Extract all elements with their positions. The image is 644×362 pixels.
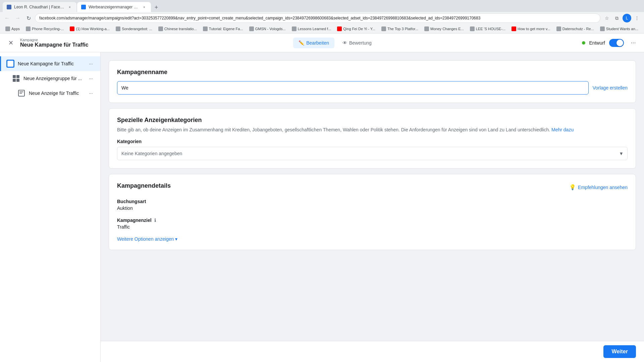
campaign-name-row: Vorlage erstellen [117,81,628,95]
bookmark-button[interactable]: ☆ [602,14,611,22]
sidebar-item-adset[interactable]: Neue Anzeigengruppe für ... ··· [0,71,100,86]
bookmark-icon-lessons [292,26,297,31]
bookmark-label-howget: How to get more v... [518,27,550,31]
mehr-dazu-link[interactable]: Mehr dazu [551,127,574,132]
back-button[interactable]: ← [3,14,11,22]
bookmark-icon-gmsn [249,26,254,31]
tab-bewertung[interactable]: 👁 Bewertung [337,38,377,48]
bookmark-sonder[interactable]: Sonderangebot: ... [113,26,155,32]
bookmark-icon-yt3 [512,26,516,31]
tab-bewertung-label: Bewertung [349,40,372,46]
new-tab-button[interactable]: + [152,3,161,12]
bookmark-gmsn[interactable]: GMSN - Vologds... [247,26,288,32]
bookmark-label-student: Student Wants an... [606,27,638,31]
app-header: ✕ Kampagne Neue Kampagne für Traffic ✏️ … [0,34,644,52]
svg-rect-0 [13,75,16,78]
kampagnendetails-header: Kampagnendetails 💡 Empfehlungen ansehen [117,182,628,192]
kampagnenziel-value: Traffic [117,224,628,230]
browser-tabs: Leon R. Chaudhari | Facebook × Werbeanze… [0,0,644,12]
header-title-block: Kampagne Neue Kampagne für Traffic [20,38,89,48]
weiter-button[interactable]: Weiter [603,345,636,358]
address-bar[interactable]: facebook.com/adsmanager/manage/campaigns… [35,13,600,23]
footer: Weiter [101,341,644,362]
tab-close-1[interactable]: × [67,4,72,10]
sidebar-adset-label: Neue Anzeigengruppe für ... [23,76,84,81]
extension-button[interactable]: ⧉ [612,14,621,22]
bookmark-howto[interactable]: (2) How To Add A... [642,26,644,32]
status-text: Entwurf [589,40,605,46]
tab-adsmanager[interactable]: Werbeanzeigenmanager - We... × [77,2,151,12]
sidebar-ad-label: Neue Anzeige für Traffic [29,90,84,96]
forward-button[interactable]: → [13,14,22,22]
bookmark-label-datenschutz: Datenschutz - Re... [562,27,594,31]
campaign-menu-button[interactable]: ··· [87,60,95,68]
account-button[interactable]: L [623,14,631,22]
bookmark-label-money: Money Changes E... [430,27,464,31]
bookmark-lee[interactable]: LEE 'S HOUSE-... [467,26,508,32]
bookmark-icon-phone [26,26,31,31]
kampagnendetails-title: Kampagnendetails [117,182,171,189]
empfehlungen-button[interactable]: 💡 Empfehlungen ansehen [569,184,628,190]
app-container: ✕ Kampagne Neue Kampagne für Traffic ✏️ … [0,34,644,362]
kategorien-select[interactable]: Keine Kategorien angegeben [117,147,628,160]
bookmark-apps[interactable]: Apps [3,26,22,32]
bookmark-label-chinese: Chinese translatio... [164,27,197,31]
bookmark-lessons[interactable]: Lessons Learned f... [289,26,334,32]
bookmark-howget[interactable]: How to get more v... [509,26,553,32]
bookmark-money[interactable]: Money Changes E... [422,26,467,32]
sidebar-item-ad[interactable]: Neue Anzeige für Traffic ··· [0,86,100,101]
main-layout: Neue Kampagne für Traffic ··· Neue Anzei… [0,52,644,362]
tab-close-2[interactable]: × [142,4,147,10]
kampagnendetails-card: Kampagnendetails 💡 Empfehlungen ansehen … [109,174,636,250]
bookmark-top3[interactable]: The Top 3 Platfor... [379,26,421,32]
weitere-optionen-button[interactable]: Weitere Optionen anzeigen ▾ [117,236,628,242]
bookmark-icon-datenschutz [556,26,561,31]
sidebar-campaign-label: Neue Kampagne für Traffic [18,61,84,66]
bookmark-label-lessons: Lessons Learned f... [298,27,331,31]
spezielle-kategorien-desc-text: Bitte gib an, ob deine Anzeigen im Zusam… [117,127,550,132]
tab-bearbeiten[interactable]: ✏️ Bearbeiten [293,38,334,48]
bookmarks-bar: Apps Phone Recycling-... (1) How Working… [0,24,644,34]
buchungsart-field: Buchungsart Auktion [117,199,628,211]
status-toggle[interactable] [609,39,624,47]
adset-icon [12,74,20,82]
bookmark-chinese[interactable]: Chinese translatio... [156,26,200,32]
reload-button[interactable]: ↻ [24,14,33,22]
edit-icon: ✏️ [299,40,304,46]
ad-menu-button[interactable]: ··· [87,89,95,97]
bookmark-label-lee: LEE 'S HOUSE-... [476,27,505,31]
bookmark-label-how-working: (1) How Working-a... [76,27,110,31]
ad-icon [17,89,25,97]
more-options-button[interactable]: ··· [628,38,639,48]
tab-title-2: Werbeanzeigenmanager - We... [89,5,139,9]
sidebar-item-campaign[interactable]: Neue Kampagne für Traffic ··· [0,56,100,71]
buchungsart-label: Buchungsart [117,199,628,204]
tab-favicon-2 [81,5,86,9]
header-main-title: Neue Kampagne für Traffic [20,42,89,48]
bookmark-label-gmsn: GMSN - Vologds... [255,27,286,31]
tab-bearbeiten-label: Bearbeiten [306,40,329,46]
bookmark-how-working[interactable]: (1) How Working-a... [67,26,112,32]
header-tabs: ✏️ Bearbeiten 👁 Bewertung [94,38,577,48]
bookmark-student[interactable]: Student Wants an... [597,26,641,32]
more-browser-button[interactable]: ⋮ [633,14,641,22]
tab-facebook[interactable]: Leon R. Chaudhari | Facebook × [3,2,76,12]
content-area: Kampagnenname Vorlage erstellen Speziell… [101,52,644,341]
svg-rect-2 [13,79,16,82]
bookmark-phone[interactable]: Phone Recycling-... [23,26,66,32]
campaign-name-input[interactable] [117,81,589,95]
bookmark-tutorial[interactable]: Tutorial: Eigene Fa... [200,26,246,32]
browser-actions: ☆ ⧉ L ⋮ [602,14,641,22]
adset-menu-button[interactable]: ··· [87,74,95,82]
bookmark-qing[interactable]: Qing Fei De Yi - Y... [334,26,378,32]
status-dot [582,41,585,45]
close-button[interactable]: ✕ [5,38,16,48]
campaign-icon-shape [7,61,13,67]
bookmark-icon-yt1 [70,26,74,31]
eye-icon: 👁 [342,40,347,46]
kampagnenname-title: Kampagnenname [117,69,628,76]
bookmark-datenschutz[interactable]: Datenschutz - Re... [554,26,597,32]
create-template-link[interactable]: Vorlage erstellen [593,85,628,90]
campaign-icon [6,60,14,68]
weitere-optionen-label: Weitere Optionen anzeigen [117,236,174,242]
